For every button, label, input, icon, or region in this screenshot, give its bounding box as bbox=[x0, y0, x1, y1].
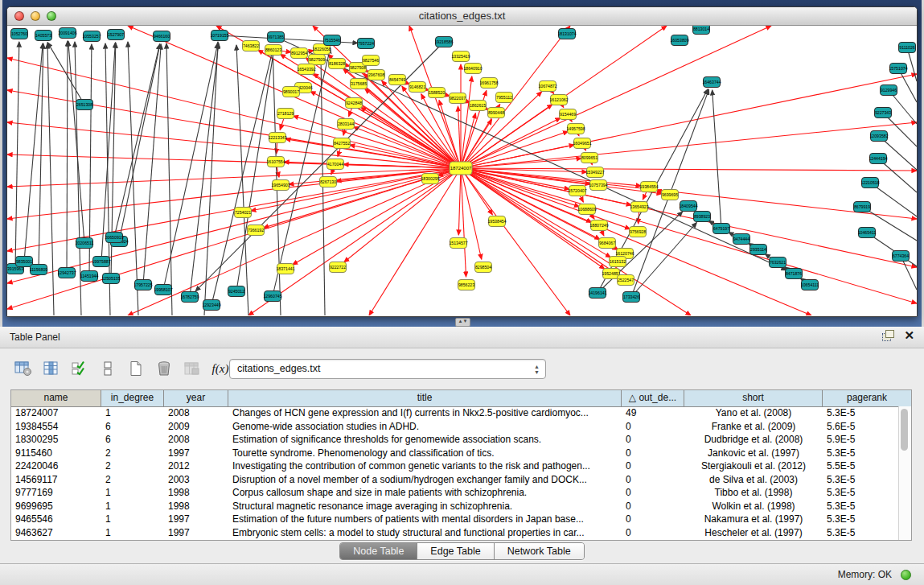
table-cell[interactable]: 14569117 bbox=[11, 473, 101, 487]
network-edge[interactable] bbox=[163, 43, 218, 290]
network-edge[interactable] bbox=[382, 80, 461, 168]
column-select-icon[interactable] bbox=[41, 359, 62, 378]
network-edge[interactable] bbox=[190, 43, 219, 297]
network-node[interactable]: 8912954 bbox=[291, 48, 308, 59]
network-node[interactable]: 9890017 bbox=[283, 87, 300, 97]
network-view-window[interactable]: citations_edges.txt 18724007886012389129… bbox=[6, 6, 918, 317]
table-cell[interactable]: Disruption of a novel member of a sodium… bbox=[228, 473, 622, 487]
table-cell[interactable]: Corpus callosum shape and size in male p… bbox=[228, 486, 622, 500]
table-cell[interactable]: Jankovic et al. (1997) bbox=[684, 447, 823, 460]
table-cell[interactable]: 1998 bbox=[164, 486, 228, 500]
network-node[interactable]: 8938923 bbox=[694, 212, 711, 222]
table-selector-dropdown[interactable]: citations_edges.txt ▲▼ bbox=[229, 359, 546, 379]
table-cell[interactable]: de Silva et al. (2003) bbox=[684, 473, 823, 487]
table-row[interactable]: 969969511998Structural magnetic resonanc… bbox=[11, 500, 899, 513]
network-node[interactable]: 14196141 bbox=[588, 288, 606, 299]
network-node[interactable]: 19654903 bbox=[271, 180, 290, 191]
network-edge[interactable] bbox=[68, 41, 84, 243]
network-edge[interactable] bbox=[47, 43, 54, 315]
table-cell[interactable]: 5.6E-5 bbox=[823, 420, 899, 434]
network-node[interactable]: 10757394 bbox=[589, 180, 607, 191]
table-cell[interactable]: 6 bbox=[101, 420, 164, 434]
network-edge[interactable] bbox=[461, 168, 466, 277]
network-edge[interactable] bbox=[294, 116, 461, 168]
table-row[interactable]: 1456911722003Disruption of a novel membe… bbox=[11, 473, 899, 487]
network-node[interactable]: 10688609 bbox=[577, 204, 596, 215]
table-cell[interactable]: Tibbo et al. (1998) bbox=[684, 486, 823, 500]
table-cell[interactable]: 9465546 bbox=[11, 513, 101, 526]
network-node[interactable]: 9129946 bbox=[881, 85, 897, 96]
network-node[interactable]: 12505135 bbox=[101, 274, 120, 284]
network-node[interactable]: 8186328 bbox=[329, 59, 346, 69]
scrollbar-thumb[interactable] bbox=[901, 409, 908, 451]
network-node[interactable]: 2935114 bbox=[750, 245, 767, 255]
network-node[interactable]: 12960745 bbox=[263, 291, 281, 302]
network-node[interactable]: 12093582 bbox=[869, 131, 888, 142]
table-cell[interactable]: Hescheler et al. (1997) bbox=[684, 526, 823, 540]
column-header-name[interactable]: name bbox=[11, 390, 101, 406]
network-node[interactable]: 9684067 bbox=[599, 238, 616, 249]
table-cell[interactable]: 6 bbox=[101, 433, 164, 447]
table-cell[interactable]: Franke et al. (2009) bbox=[684, 420, 823, 434]
network-hub-node[interactable]: 18724007 bbox=[450, 162, 472, 175]
network-node[interactable]: 12213343 bbox=[268, 133, 286, 143]
table-row[interactable]: 946554611997Estimation of the future num… bbox=[11, 513, 899, 526]
table-cell[interactable]: 0 bbox=[622, 526, 684, 540]
network-node[interactable]: 2522547 bbox=[618, 275, 634, 286]
network-node[interactable]: 2967608 bbox=[368, 70, 385, 80]
splitter-handle[interactable]: ▲▼ bbox=[455, 318, 470, 327]
network-node[interactable]: 9146821 bbox=[409, 82, 426, 93]
network-node[interactable]: 10674872 bbox=[538, 81, 556, 92]
network-node[interactable]: 6774364 bbox=[893, 251, 910, 262]
network-edge[interactable] bbox=[7, 168, 461, 283]
close-panel-icon[interactable]: ✕ bbox=[904, 330, 914, 341]
network-node[interactable]: 9971385 bbox=[268, 32, 285, 43]
network-node[interactable]: 19975887 bbox=[92, 257, 110, 267]
network-node[interactable]: 4170044 bbox=[327, 159, 344, 170]
network-node[interactable]: 8679919 bbox=[854, 202, 871, 212]
network-node[interactable]: 2803144 bbox=[338, 119, 355, 130]
network-edge[interactable] bbox=[47, 43, 84, 105]
network-node[interactable]: 8267130 bbox=[320, 177, 337, 187]
network-node[interactable]: 18300295 bbox=[421, 174, 439, 184]
network-edge[interactable] bbox=[353, 127, 461, 168]
network-node[interactable]: 1862615 bbox=[470, 101, 487, 111]
network-node[interactable]: 10465411 bbox=[858, 228, 877, 238]
minimize-window-button[interactable] bbox=[31, 11, 40, 21]
network-node[interactable]: 2651308 bbox=[76, 100, 93, 110]
network-edge[interactable] bbox=[461, 168, 917, 303]
tab-edge-table[interactable]: Edge Table bbox=[417, 543, 494, 559]
table-cell[interactable]: 5.5E-5 bbox=[823, 459, 899, 473]
network-node[interactable]: 19384554 bbox=[639, 182, 658, 192]
tab-network-table[interactable]: Network Table bbox=[495, 543, 584, 559]
network-node[interactable]: 19538454 bbox=[487, 216, 506, 227]
network-node[interactable]: 12923449 bbox=[202, 300, 220, 311]
network-edge[interactable] bbox=[598, 212, 683, 293]
network-node[interactable]: 9835001 bbox=[16, 257, 33, 267]
column-header-year[interactable]: year bbox=[164, 390, 228, 406]
network-node[interactable]: 8990448 bbox=[488, 108, 505, 118]
row-check-icon[interactable] bbox=[69, 359, 90, 378]
network-node[interactable]: 7254021 bbox=[235, 208, 252, 218]
network-node[interactable]: 1588520 bbox=[429, 88, 446, 98]
network-node[interactable]: 7515546 bbox=[324, 35, 341, 46]
table-cell[interactable]: 9115460 bbox=[11, 447, 101, 460]
table-row[interactable]: 911546021997Tourette syndrome. Phenomeno… bbox=[11, 447, 899, 460]
network-node[interactable]: 20091406 bbox=[58, 28, 76, 39]
network-node[interactable]: 9474444 bbox=[733, 234, 750, 245]
table-gear-icon[interactable] bbox=[13, 359, 34, 378]
table-cell[interactable]: 0 bbox=[622, 433, 684, 447]
table-row[interactable]: 1830029562008Estimation of significance … bbox=[11, 433, 899, 447]
table-cell[interactable]: 5.3E-5 bbox=[823, 447, 899, 460]
table-cell[interactable]: Wolkin et al. (1998) bbox=[684, 500, 823, 513]
table-cell[interactable]: Estimation of the future numbers of pati… bbox=[228, 513, 622, 526]
table-cell[interactable]: Stergiakouli et al. (2012) bbox=[684, 459, 823, 473]
network-node[interactable]: 9245012 bbox=[228, 286, 245, 297]
network-node[interactable]: 3175685 bbox=[351, 79, 368, 89]
column-header-short[interactable]: short bbox=[684, 390, 823, 406]
network-node[interactable]: 8471876 bbox=[786, 269, 803, 279]
table-cell[interactable]: 49 bbox=[622, 406, 684, 420]
table-cell[interactable]: 5.3E-5 bbox=[823, 513, 899, 526]
table-row[interactable]: 2242004622012Investigating the contribut… bbox=[11, 459, 899, 473]
network-node[interactable]: 8813014 bbox=[693, 26, 710, 35]
